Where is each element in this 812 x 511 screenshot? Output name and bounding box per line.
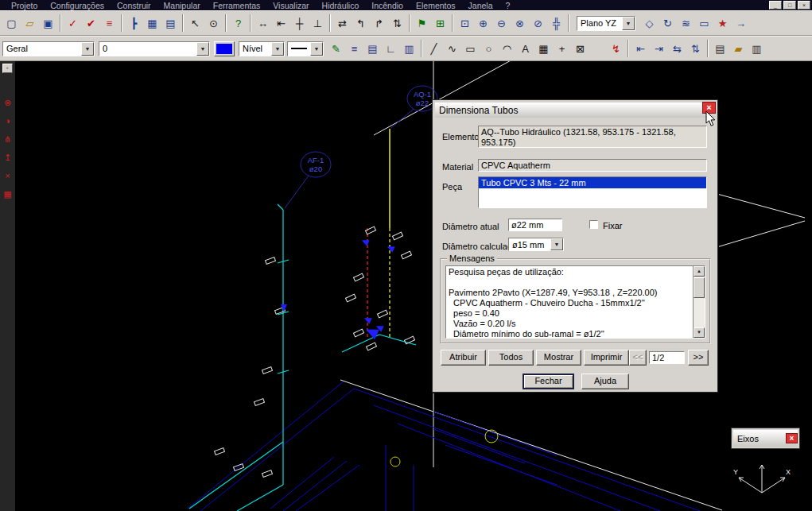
menu-configuracoes[interactable]: Configurações bbox=[50, 0, 104, 10]
draw-arc-button[interactable]: ◠ bbox=[498, 40, 516, 57]
menu-ferramentas[interactable]: Ferramentas bbox=[213, 0, 261, 10]
fixar-checkbox[interactable] bbox=[589, 220, 598, 229]
offset-button[interactable]: ⇄ bbox=[333, 14, 352, 32]
menu-incendio[interactable]: Incêndio bbox=[371, 0, 403, 10]
draw-rectangle-button[interactable]: ▭ bbox=[461, 40, 480, 57]
layer-select[interactable]: Geral ▼ bbox=[2, 41, 95, 56]
verify-pipes-button[interactable]: ✓ bbox=[64, 14, 82, 32]
todos-button[interactable]: Todos bbox=[488, 350, 534, 366]
chevron-down-icon[interactable]: ▼ bbox=[271, 42, 284, 56]
nivel-select[interactable]: Nível ▼ bbox=[239, 41, 285, 56]
scroll-up-icon[interactable]: ▲ bbox=[694, 266, 705, 277]
library-button[interactable]: ▰ bbox=[729, 40, 748, 57]
new-file-button[interactable]: ▢ bbox=[2, 14, 21, 32]
close-window-button[interactable]: × bbox=[798, 1, 810, 10]
dimension-vertical-button[interactable]: ⊥ bbox=[309, 14, 327, 32]
align-right-button[interactable]: ⇥ bbox=[650, 40, 668, 57]
scroll-down-icon[interactable]: ▼ bbox=[694, 327, 705, 338]
dialog-title-bar[interactable]: Dimensiona Tubos bbox=[435, 103, 715, 118]
zoom-window-button[interactable]: ⊡ bbox=[456, 14, 474, 32]
zoom-in-button[interactable]: ⊕ bbox=[474, 14, 492, 32]
level-manager-button[interactable]: ▤ bbox=[363, 40, 382, 57]
delete-element-button[interactable]: × bbox=[2, 170, 14, 182]
floor-manager-button[interactable]: ▥ bbox=[400, 40, 418, 57]
menu-ajuda[interactable]: ? bbox=[506, 0, 511, 10]
check-network-button[interactable]: ↯ bbox=[607, 40, 625, 57]
messages-scrollbar[interactable]: ▲ ▼ bbox=[693, 266, 705, 338]
restore-button[interactable]: □ bbox=[783, 1, 796, 10]
peca-listbox[interactable]: Tubo CPVC 3 Mts - 22 mm bbox=[478, 176, 707, 208]
pan-button[interactable]: ╬ bbox=[547, 14, 565, 32]
chevron-down-icon[interactable]: ▼ bbox=[310, 42, 323, 56]
plane-select[interactable]: Plano YZ ▼ bbox=[577, 16, 635, 31]
rotate-view-button[interactable]: ↻ bbox=[659, 14, 677, 32]
next-page-button[interactable]: >> bbox=[688, 350, 709, 366]
find-element-button[interactable]: ⊙ bbox=[204, 14, 223, 32]
insert-pump-button[interactable]: ◑ bbox=[2, 115, 14, 127]
draw-line-button[interactable]: ╱ bbox=[425, 40, 443, 57]
layer-manager-button[interactable]: ≡ bbox=[345, 40, 363, 57]
imprimir-button[interactable]: Imprimir bbox=[584, 350, 629, 366]
reference-grid-button[interactable]: ⊞ bbox=[431, 14, 449, 32]
zoom-out-button[interactable]: ⊖ bbox=[492, 14, 511, 32]
atribuir-button[interactable]: Atribuir bbox=[441, 350, 486, 366]
tables-button[interactable]: ▦ bbox=[143, 14, 161, 32]
insert-riser-button[interactable]: ↥ bbox=[2, 152, 14, 164]
view-3d-button[interactable]: ◇ bbox=[640, 14, 659, 32]
eixos-close-button[interactable]: × bbox=[786, 433, 798, 443]
dimension-aligned-button[interactable]: ⇤ bbox=[272, 14, 290, 32]
viewports-button[interactable]: ▭ bbox=[695, 14, 713, 32]
quantities-table-button[interactable]: ▤ bbox=[711, 40, 729, 57]
corner-down-button[interactable]: ↱ bbox=[370, 14, 388, 32]
level-select[interactable]: 0 ▼ bbox=[99, 41, 210, 56]
capture-view-button[interactable]: ★ bbox=[713, 14, 732, 32]
draw-polyline-button[interactable]: ∿ bbox=[443, 40, 461, 57]
export-drawing-button[interactable]: → bbox=[732, 14, 750, 32]
spreadsheet-button[interactable]: ▤ bbox=[161, 14, 180, 32]
menu-manipular[interactable]: Manipular bbox=[164, 0, 200, 10]
eixos-title-bar[interactable]: Eixos × bbox=[733, 430, 798, 447]
mostrar-button[interactable]: Mostrar bbox=[536, 350, 581, 366]
chevron-down-icon[interactable]: ▼ bbox=[81, 42, 94, 56]
previous-page-button[interactable]: << bbox=[629, 350, 647, 366]
grid-corner-button[interactable]: ∟ bbox=[382, 40, 400, 57]
chevron-down-icon[interactable]: ▼ bbox=[622, 17, 635, 30]
menu-elementos[interactable]: Elementos bbox=[416, 0, 456, 10]
corner-up-button[interactable]: ↰ bbox=[352, 14, 370, 32]
help-button[interactable]: ? bbox=[229, 14, 247, 32]
scrollbar-track[interactable] bbox=[694, 277, 705, 327]
minimize-button[interactable]: _ bbox=[769, 1, 782, 10]
verify-project-button[interactable]: ✔ bbox=[82, 14, 100, 32]
mirror-button[interactable]: ⇅ bbox=[388, 14, 406, 32]
zoom-previous-button[interactable]: ⊘ bbox=[529, 14, 547, 32]
insert-branch-button[interactable]: ⋔ bbox=[2, 134, 14, 145]
project-tree-button[interactable]: ┣ bbox=[125, 14, 143, 32]
draw-circle-button[interactable]: ○ bbox=[480, 40, 498, 57]
insert-valve-button[interactable]: ⊗ bbox=[2, 97, 14, 109]
color-swatch-button[interactable] bbox=[214, 41, 235, 56]
menu-construir[interactable]: Construir bbox=[117, 0, 151, 10]
page-indicator-field[interactable]: 1/2 bbox=[649, 351, 685, 364]
draw-text-button[interactable]: A bbox=[516, 40, 534, 57]
save-button[interactable]: ▣ bbox=[39, 14, 57, 32]
edit-tool-button[interactable]: ⊠ bbox=[571, 40, 589, 57]
distribute-h-button[interactable]: ⇆ bbox=[668, 40, 686, 57]
dimension-horizontal-button[interactable]: ↔ bbox=[254, 14, 272, 32]
menu-visualizar[interactable]: Visualizar bbox=[273, 0, 309, 10]
results-report-button[interactable]: ≡ bbox=[100, 14, 118, 32]
align-left-button[interactable]: ⇤ bbox=[631, 40, 650, 57]
open-file-button[interactable]: ▱ bbox=[21, 14, 39, 32]
zoom-extents-button[interactable]: ⊗ bbox=[511, 14, 529, 32]
scrollbar-thumb[interactable] bbox=[694, 277, 705, 298]
chevron-down-icon[interactable]: ▼ bbox=[196, 42, 209, 56]
menu-janela[interactable]: Janela bbox=[468, 0, 493, 10]
insert-image-button[interactable]: ▦ bbox=[534, 40, 553, 57]
toolbar-handle-button[interactable]: ▪ bbox=[2, 64, 13, 73]
peca-selected-item[interactable]: Tubo CPVC 3 Mts - 22 mm bbox=[479, 177, 706, 188]
menu-projeto[interactable]: Projeto bbox=[11, 0, 37, 10]
piece-table-button[interactable]: ▦ bbox=[2, 188, 14, 200]
start-point-button[interactable]: ⚑ bbox=[413, 14, 431, 32]
line-style-select[interactable]: ▼ bbox=[287, 41, 324, 56]
select-pointer-button[interactable]: ↖ bbox=[186, 14, 204, 32]
diametro-calculado-select[interactable]: ø15 mm ▼ bbox=[508, 238, 564, 251]
